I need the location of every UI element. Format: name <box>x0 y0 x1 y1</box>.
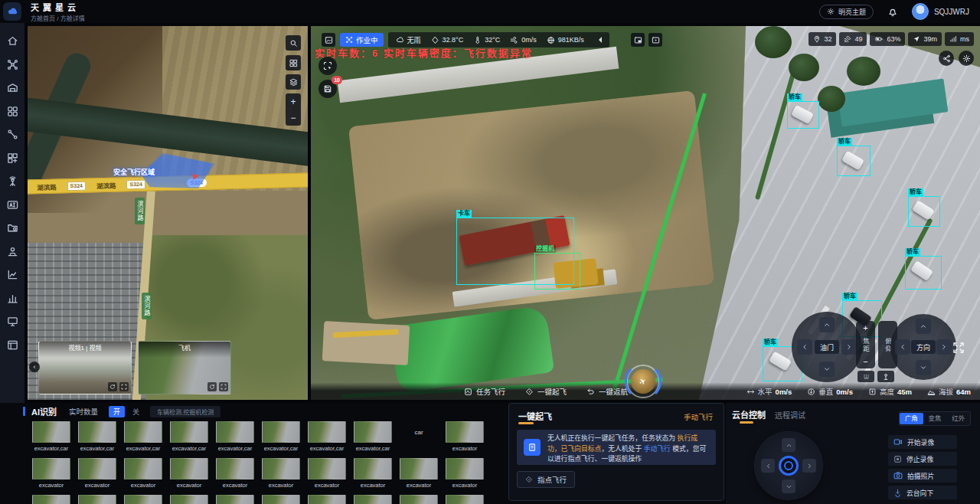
pan-left-button[interactable] <box>895 339 910 355</box>
sidebar-item-home[interactable] <box>7 35 18 47</box>
detection-result-item[interactable] <box>216 495 254 504</box>
gimbal-dpad[interactable] <box>755 432 822 499</box>
sidebar-item-files[interactable] <box>7 222 18 234</box>
detection-result-item[interactable]: excavator <box>32 458 70 489</box>
gimbal-up-button[interactable] <box>782 438 795 452</box>
detection-result-item[interactable]: excavator <box>446 421 484 452</box>
detection-result-item[interactable]: excavator <box>216 458 254 489</box>
detection-result-item[interactable]: excavator <box>308 458 346 489</box>
toggle-off-button[interactable]: 关 <box>132 407 139 417</box>
detection-result-item[interactable]: excavator <box>400 458 438 489</box>
detection-result-item[interactable]: car <box>400 421 438 452</box>
playback-button[interactable] <box>648 33 662 47</box>
video-preview-card[interactable]: 视频1 | 视频 <box>38 341 132 394</box>
video-preview-card[interactable]: 飞机 <box>138 341 231 394</box>
detection-result-item[interactable] <box>170 495 208 504</box>
video-carousel-prev-button[interactable]: ‹ <box>29 362 40 372</box>
pitch-down-button[interactable] <box>916 360 931 375</box>
settings-button[interactable] <box>959 51 974 66</box>
tab-remote-debug[interactable]: 远程调试 <box>775 409 805 421</box>
detection-result-item[interactable]: excavator <box>78 458 116 489</box>
frame-capture-button[interactable] <box>318 57 337 75</box>
refresh-icon[interactable] <box>207 382 217 391</box>
point-fly-button[interactable]: 指点飞行 <box>517 471 575 488</box>
detection-result-item[interactable] <box>262 495 300 504</box>
virtual-keys-button[interactable] <box>858 371 874 382</box>
notification-bell-icon[interactable] <box>887 6 898 17</box>
feed-source-button[interactable] <box>322 33 335 47</box>
start-record-button[interactable]: 开始录像 <box>888 435 957 449</box>
detection-result-item[interactable] <box>32 495 70 504</box>
zoom-slider[interactable]: + 焦距 − <box>856 321 875 368</box>
detection-result-item[interactable]: excavator <box>170 458 208 489</box>
gimbal-point-down-button[interactable]: 云台向下 <box>888 486 957 499</box>
fullscreen-icon[interactable] <box>119 382 129 391</box>
take-photo-button[interactable]: 拍摄照片 <box>888 469 957 483</box>
map-search-button[interactable] <box>286 35 301 51</box>
yaw-left-button[interactable] <box>797 339 812 355</box>
tab-gimbal-control[interactable]: 云台控制 <box>732 408 766 421</box>
pan-right-button[interactable] <box>936 339 952 355</box>
detection-result-item[interactable]: excavator,car <box>216 421 254 452</box>
detection-result-item[interactable]: excavator <box>124 458 162 489</box>
sidebar-item-apps[interactable] <box>7 106 18 117</box>
refresh-icon[interactable] <box>108 382 117 391</box>
sidebar-item-statistics[interactable] <box>7 293 18 304</box>
detection-result-item[interactable]: excavator,car <box>308 421 346 452</box>
collapse-arrow-icon[interactable] <box>596 37 602 43</box>
sidebar-item-network[interactable] <box>7 175 18 187</box>
yaw-right-button[interactable] <box>841 339 857 355</box>
detection-result-item[interactable]: excavator <box>262 458 300 489</box>
sidebar-item-drone[interactable] <box>7 59 18 70</box>
detection-result-item[interactable] <box>354 495 392 504</box>
sidebar-item-devices[interactable] <box>7 316 18 327</box>
theme-toggle-button[interactable]: 明亮主题 <box>819 5 874 19</box>
map-canvas[interactable]: 湖滨路 S324 湖滨路 S324 S324 滨河路 滨河路 安全飞行区域 + … <box>28 26 308 400</box>
zoom-in-button[interactable]: + <box>863 324 867 332</box>
toggle-on-button[interactable]: 开 <box>109 406 125 417</box>
detection-result-item[interactable]: excavator,car <box>262 421 300 452</box>
detection-filter-pill[interactable]: 车辆检测,挖掘机检测 <box>150 406 220 417</box>
fullscreen-button[interactable] <box>952 342 965 354</box>
lens-wide-tab[interactable]: 广角 <box>900 413 923 424</box>
map-layers-button[interactable] <box>286 74 301 90</box>
sidebar-item-board[interactable] <box>7 339 18 351</box>
gimbal-center-button[interactable] <box>779 456 799 476</box>
lens-ir-tab[interactable]: 红外 <box>946 413 970 424</box>
detection-result-item[interactable]: excavator <box>446 458 484 489</box>
detection-result-item[interactable] <box>78 495 116 504</box>
sidebar-item-blocks[interactable] <box>7 152 18 164</box>
joystick-button[interactable] <box>877 371 894 382</box>
saved-captures-button[interactable]: 10 <box>318 80 337 98</box>
sidebar-item-tasks[interactable] <box>7 269 18 280</box>
detection-result-item[interactable] <box>308 495 346 504</box>
detection-result-item[interactable]: excavator,car <box>78 421 116 452</box>
gimbal-left-button[interactable] <box>761 459 775 473</box>
sidebar-item-ai[interactable] <box>7 199 18 211</box>
mission-flight-button[interactable]: 任务飞行 <box>464 386 505 397</box>
lens-zoom-tab[interactable]: 变焦 <box>923 413 947 424</box>
zoom-out-button[interactable]: − <box>863 358 867 365</box>
one-key-takeoff-button[interactable]: 一键起飞 <box>525 386 567 397</box>
sidebar-item-dock[interactable] <box>7 82 18 93</box>
throttle-down-button[interactable] <box>819 362 835 377</box>
detection-result-item[interactable]: excavator,car <box>170 421 208 452</box>
return-home-button[interactable]: 一键返航 <box>586 386 628 397</box>
map-grid-button[interactable] <box>286 55 301 70</box>
direction-dpad[interactable]: 方向 <box>890 314 956 380</box>
breadcrumb[interactable]: 方舱首页 / 方舱详情 <box>31 14 85 22</box>
throttle-up-button[interactable] <box>819 317 835 332</box>
detection-result-item[interactable] <box>124 495 162 504</box>
pitch-up-button[interactable] <box>916 319 931 334</box>
detection-result-item[interactable] <box>400 495 438 504</box>
gimbal-down-button[interactable] <box>782 479 795 493</box>
detection-result-item[interactable]: excavator,car <box>32 421 70 452</box>
zoom-out-button[interactable]: − <box>290 113 296 123</box>
sidebar-item-route[interactable] <box>7 129 18 140</box>
user-menu[interactable]: SQJJWRJ <box>912 3 969 20</box>
drone-video-feed[interactable]: 卡车 挖掘机 轿车 轿车 轿车 轿车 轿车 轿车 作业中 无雨 32.8°C 3… <box>311 26 980 400</box>
gimbal-right-button[interactable] <box>802 459 816 473</box>
stop-record-button[interactable]: 停止录像 <box>888 452 957 466</box>
detection-result-item[interactable]: excavator,car <box>124 421 162 452</box>
detection-result-item[interactable]: excavator <box>354 458 392 489</box>
